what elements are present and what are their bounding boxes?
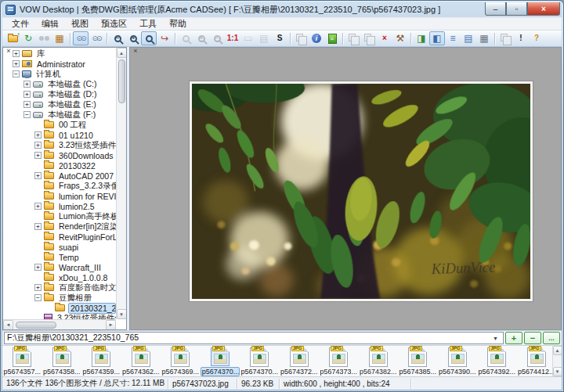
thumbnail-item[interactable]: JPGp5674370...	[240, 346, 280, 376]
search-button[interactable]	[36, 31, 52, 45]
minimize-button[interactable]: –	[485, 2, 506, 16]
close-button[interactable]: ×	[527, 2, 560, 16]
slideshow-button[interactable]: S	[272, 31, 287, 45]
list-view-button[interactable]: ≡	[445, 31, 461, 45]
tree-expander-icon[interactable]: +	[34, 142, 42, 149]
tree-expander-icon[interactable]: +	[13, 50, 20, 57]
tree-horizontal-scrollbar[interactable]: ◄ ►	[3, 319, 116, 329]
tree-expander-icon[interactable]: +	[34, 152, 42, 159]
thumbnail-view-button[interactable]: ▦	[52, 31, 67, 45]
print-button[interactable]: ▤	[256, 31, 272, 45]
remove-path-button[interactable]: −	[524, 332, 541, 344]
tree-item[interactable]: Fraps_3.2.3录像软	[13, 181, 116, 191]
compare-pair-button[interactable]: ⊙⊙	[89, 31, 104, 45]
tree-item[interactable]: +360Downloads	[13, 150, 116, 160]
scroll-left-icon[interactable]: ◄	[3, 320, 13, 330]
menu-item[interactable]: 文件	[5, 17, 35, 31]
zoom-in-red-button[interactable]: +	[193, 31, 209, 45]
tree-item[interactable]: +库	[13, 49, 116, 59]
zoom-window-button[interactable]	[141, 31, 157, 45]
tree-item[interactable]: +本地磁盘 (C:)	[13, 79, 116, 89]
zoom-in-button[interactable]: +	[125, 31, 141, 45]
menu-item[interactable]: 工具	[133, 17, 163, 31]
tree-item[interactable]: xDou_1.0.0.8	[13, 272, 116, 282]
preview-pair-button[interactable]: ⊙⊙	[73, 31, 89, 45]
tree-item[interactable]: +Render[in]2渲染插	[13, 221, 116, 232]
thumbnail-scrollbar[interactable]: ▲ ▼	[552, 346, 562, 376]
thumbnail-item[interactable]: JPGp5674372...	[280, 346, 320, 376]
tree-expander-icon[interactable]: +	[24, 91, 31, 98]
scroll-up-icon[interactable]: ▲	[117, 48, 127, 58]
path-dropdown-icon[interactable]: ▼	[490, 333, 501, 343]
tree-item[interactable]: +Administrator	[13, 59, 116, 69]
thumbnail-item[interactable]: JPGp5674412...	[517, 346, 557, 376]
tools-button[interactable]: ⚒	[392, 31, 408, 45]
tree-item[interactable]: +本地磁盘 (E:)	[13, 99, 116, 110]
tree-expander-icon[interactable]: +	[34, 172, 42, 179]
scroll-right-icon[interactable]: ►	[106, 320, 116, 330]
zoom-out-red-button[interactable]: −	[209, 31, 225, 45]
browse-path-button[interactable]: ...	[543, 332, 560, 344]
move-button[interactable]	[361, 31, 377, 45]
details-view-button[interactable]: ▤	[461, 31, 476, 45]
thumb-scroll-up-icon[interactable]: ▲	[553, 346, 562, 355]
tree-expander-icon[interactable]: +	[13, 60, 20, 67]
tree-expander-icon[interactable]: +	[34, 223, 42, 230]
actual-size-button[interactable]: 1:1	[225, 31, 240, 45]
menu-item[interactable]: 视图	[65, 17, 95, 31]
thumbnail-item[interactable]: JPGp5674392...	[477, 346, 517, 376]
tree-expander-icon[interactable]: +	[34, 284, 42, 291]
tree-item[interactable]: 00 工程	[13, 120, 116, 130]
scroll-down-icon[interactable]: ▼	[117, 309, 127, 319]
tree-vscroll-thumb[interactable]	[118, 59, 125, 103]
tree-item[interactable]: +3.23恒炫受插件包	[13, 140, 116, 150]
sort-desc-button[interactable]: ◧	[429, 31, 445, 45]
tree-item[interactable]: +百度影音临时文件	[13, 282, 116, 293]
tree-expander-icon[interactable]: +	[24, 81, 31, 88]
tree-item[interactable]: suapi	[13, 242, 116, 252]
tree-item[interactable]: Temp	[13, 252, 116, 262]
thumbnail-item[interactable]: JPGp5674369...	[161, 346, 201, 376]
tree-expander-icon[interactable]: −	[24, 111, 31, 118]
path-field[interactable]: F:\豆瓣相册\20130321_223510_765 ▼	[4, 332, 504, 344]
about-button[interactable]: !	[513, 31, 529, 45]
fit-window-button[interactable]: ▭	[240, 31, 256, 45]
tree-item[interactable]: +AutoCAD 2007	[13, 171, 116, 181]
delete-button[interactable]: ×	[377, 31, 392, 45]
copy-button[interactable]	[345, 31, 361, 45]
thumbnail-item[interactable]: JPGp5674390...	[438, 346, 478, 376]
tree-panel-close-icon[interactable]: ×	[5, 48, 13, 56]
tree-expander-icon[interactable]: −	[13, 70, 20, 77]
tree-expander-icon[interactable]: +	[24, 101, 31, 108]
tree-expander-icon[interactable]: −	[34, 294, 42, 301]
tree-item[interactable]: 3.23恒炫受插件包	[13, 313, 116, 319]
tree-item[interactable]: −豆瓣相册	[13, 293, 116, 303]
tree-expander-icon[interactable]: +	[34, 203, 42, 210]
zoom-out-button[interactable]: −	[110, 31, 125, 45]
menu-item[interactable]: 预选区	[95, 17, 133, 31]
up-level-button[interactable]: ↑	[5, 31, 20, 45]
preview-pane-close-icon[interactable]: ×	[132, 48, 139, 56]
favorites-button[interactable]	[497, 31, 513, 45]
tree-item[interactable]: −计算机	[13, 69, 116, 79]
zoom-previous-button[interactable]	[178, 31, 193, 45]
thumbnail-item[interactable]: JPGp5674385...	[398, 346, 438, 376]
columns-view-button[interactable]: ▦	[476, 31, 492, 45]
menu-item[interactable]: 帮助	[163, 17, 193, 31]
tree-hscroll-thumb[interactable]	[16, 322, 56, 329]
tree-item[interactable]: 20130322	[13, 160, 116, 171]
thumb-scroll-down-icon[interactable]: ▼	[553, 367, 562, 376]
tree-item[interactable]: −本地磁盘 (F:)	[13, 110, 116, 120]
tree-item[interactable]: +lumion2.5	[13, 201, 116, 211]
open-with-button[interactable]	[293, 31, 309, 45]
tree-expander-icon[interactable]: +	[34, 264, 42, 271]
thumbnail-item[interactable]: JPGp5674362...	[121, 346, 161, 376]
maximize-button[interactable]: ▫	[506, 2, 527, 16]
tree-item[interactable]: Lumion高手终极教	[13, 211, 116, 221]
thumbnail-item[interactable]: JPGp5674370...	[201, 346, 240, 376]
pan-button[interactable]: ↪	[157, 31, 172, 45]
thumbnail-item[interactable]: JPGp5674382...	[359, 346, 399, 376]
add-path-button[interactable]: +	[505, 332, 522, 344]
help-button[interactable]: ?	[529, 31, 544, 45]
title-bar[interactable]: VOW Desktop | 免费DWG图纸管理(原Acme CADSee) [ …	[1, 1, 563, 17]
